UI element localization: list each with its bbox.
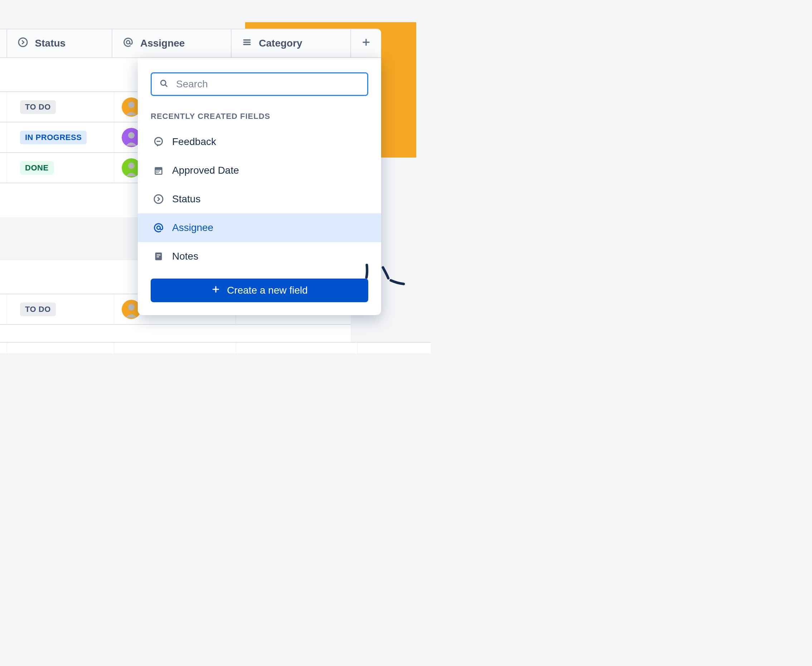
list-icon bbox=[242, 37, 252, 50]
scribble-decoration bbox=[362, 263, 408, 293]
row-spacer bbox=[0, 122, 7, 152]
svg-point-0 bbox=[19, 38, 27, 46]
plus-icon bbox=[361, 37, 371, 50]
field-option-approved-date[interactable]: Approved Date bbox=[138, 156, 381, 185]
row-spacer bbox=[0, 294, 7, 324]
svg-line-16 bbox=[165, 85, 168, 87]
svg-point-15 bbox=[161, 80, 166, 85]
status-badge: TO DO bbox=[20, 100, 56, 114]
field-option-label: Status bbox=[172, 193, 201, 205]
arrow-circle-icon bbox=[153, 193, 164, 205]
calendar-icon bbox=[153, 165, 164, 176]
svg-rect-23 bbox=[156, 172, 157, 173]
search-box[interactable] bbox=[151, 73, 368, 96]
button-label: Create a new field bbox=[227, 285, 308, 296]
row-spacer bbox=[0, 153, 7, 183]
svg-rect-21 bbox=[158, 170, 159, 171]
field-option-notes[interactable]: Notes bbox=[138, 242, 381, 271]
svg-rect-24 bbox=[158, 172, 159, 173]
add-column-button[interactable] bbox=[351, 30, 381, 57]
column-header-label: Assignee bbox=[140, 38, 185, 49]
field-option-label: Notes bbox=[172, 251, 198, 262]
svg-point-12 bbox=[128, 163, 135, 169]
note-icon bbox=[153, 251, 164, 262]
column-header-assignee[interactable]: Assignee bbox=[112, 30, 232, 57]
field-picker-dropdown: RECENTLY CREATED FIELDS FeedbackApproved… bbox=[138, 58, 381, 315]
field-option-assignee[interactable]: Assignee bbox=[138, 213, 381, 242]
column-header-category[interactable]: Category bbox=[232, 30, 351, 57]
status-badge: DONE bbox=[20, 161, 54, 175]
status-cell[interactable]: TO DO bbox=[7, 294, 115, 324]
search-input[interactable] bbox=[176, 78, 360, 90]
column-header-label: Category bbox=[259, 38, 302, 49]
status-cell[interactable]: TO DO bbox=[7, 92, 115, 122]
status-cell[interactable]: DONE bbox=[7, 153, 115, 183]
field-option-label: Feedback bbox=[172, 136, 216, 148]
field-option-label: Approved Date bbox=[172, 165, 239, 176]
chat-icon bbox=[153, 136, 164, 148]
search-icon bbox=[159, 78, 169, 90]
column-header-label: Status bbox=[35, 38, 66, 49]
svg-point-25 bbox=[154, 195, 163, 203]
svg-rect-28 bbox=[157, 255, 161, 256]
status-badge: TO DO bbox=[20, 303, 56, 316]
at-icon bbox=[153, 222, 164, 234]
field-option-feedback[interactable]: Feedback bbox=[138, 127, 381, 156]
header-spacer bbox=[0, 30, 7, 57]
field-option-label: Assignee bbox=[172, 222, 213, 234]
table-header-row: Status Assignee Category bbox=[0, 29, 381, 58]
svg-point-14 bbox=[128, 304, 135, 310]
section-header: RECENTLY CREATED FIELDS bbox=[138, 107, 381, 127]
status-cell[interactable]: IN PROGRESS bbox=[7, 122, 115, 152]
status-badge: IN PROGRESS bbox=[20, 131, 87, 144]
plus-icon bbox=[211, 285, 220, 297]
at-icon bbox=[122, 36, 134, 51]
svg-rect-20 bbox=[156, 170, 157, 171]
svg-rect-29 bbox=[157, 256, 159, 257]
svg-point-8 bbox=[128, 102, 135, 108]
create-new-field-button[interactable]: Create a new field bbox=[151, 279, 368, 302]
row-spacer bbox=[0, 92, 7, 122]
column-header-status[interactable]: Status bbox=[7, 30, 112, 57]
svg-rect-22 bbox=[159, 170, 160, 171]
svg-point-10 bbox=[128, 132, 135, 138]
partial-bottom-row bbox=[0, 342, 431, 353]
arrow-circle-icon bbox=[17, 36, 29, 51]
field-option-status[interactable]: Status bbox=[138, 185, 381, 213]
